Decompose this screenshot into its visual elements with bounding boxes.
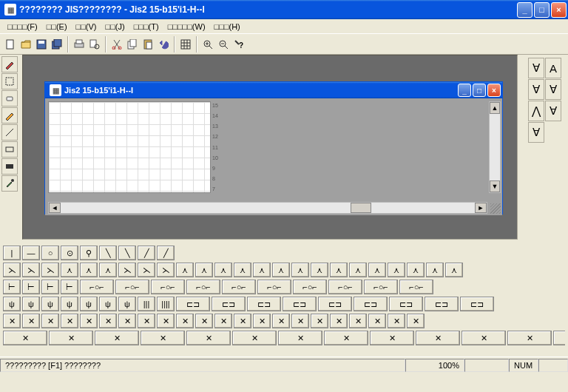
palette-symbol[interactable]: ✕ xyxy=(22,314,40,328)
palette-symbol[interactable]: ╱ xyxy=(157,246,175,260)
palette-symbol[interactable]: ψ xyxy=(80,297,98,311)
palette-symbol[interactable]: ✕ xyxy=(291,314,309,328)
palette-symbol[interactable]: ✕ xyxy=(278,331,322,345)
palette-symbol[interactable]: ⋏ xyxy=(61,263,78,277)
palette-symbol[interactable]: ✕ xyxy=(553,331,565,345)
palette-symbol[interactable]: ✕ xyxy=(41,314,59,328)
palette-symbol[interactable]: ✕ xyxy=(253,314,271,328)
palette-symbol[interactable]: ✕ xyxy=(61,314,78,328)
palette-symbol[interactable]: ⋋ xyxy=(22,263,40,277)
palette-symbol[interactable]: ⊏⊐ xyxy=(389,297,423,311)
palette-symbol[interactable]: ψ xyxy=(118,297,136,311)
palette-symbol[interactable]: ⊏⊐ xyxy=(318,297,352,311)
palette-symbol[interactable]: ⊢ xyxy=(3,280,21,294)
palette-symbol[interactable]: ⊏⊐ xyxy=(460,297,494,311)
stitch-7[interactable]: ∀ xyxy=(528,122,544,143)
palette-symbol[interactable]: ⊏⊐ xyxy=(176,297,210,311)
palette-symbol[interactable]: ✕ xyxy=(330,314,348,328)
new-button[interactable] xyxy=(3,37,18,52)
palette-symbol[interactable]: ✕ xyxy=(370,331,414,345)
pencil-tool[interactable] xyxy=(1,107,18,124)
editing-grid[interactable] xyxy=(48,101,211,193)
cut-button[interactable] xyxy=(109,37,124,52)
palette-symbol[interactable]: ✕ xyxy=(416,331,460,345)
saveall-button[interactable] xyxy=(50,37,64,52)
palette-symbol[interactable]: ✕ xyxy=(507,331,552,345)
palette-symbol[interactable]: ╱ xyxy=(138,246,155,260)
palette-symbol[interactable]: ✕ xyxy=(462,331,506,345)
palette-symbol[interactable]: ⋏ xyxy=(311,263,328,277)
fillrect-tool[interactable] xyxy=(1,158,18,175)
maximize-button[interactable]: □ xyxy=(534,2,550,18)
palette-symbol[interactable]: ✕ xyxy=(388,314,405,328)
line-tool[interactable] xyxy=(1,124,18,141)
palette-symbol[interactable]: ⋏ xyxy=(195,263,213,277)
menu-tools[interactable]: □□□(T) xyxy=(129,21,163,33)
palette-symbol[interactable]: ψ xyxy=(22,297,40,311)
palette-symbol[interactable]: ✕ xyxy=(214,314,232,328)
scroll-track[interactable] xyxy=(61,203,475,213)
menu-file[interactable]: □□□□(F) xyxy=(3,21,42,33)
palette-symbol[interactable]: |||| xyxy=(157,297,175,311)
palette-symbol[interactable]: ✕ xyxy=(118,314,136,328)
palette-symbol[interactable]: ⌐○⌐ xyxy=(364,280,398,294)
palette-symbol[interactable]: ||| xyxy=(138,297,155,311)
palette-symbol[interactable]: | xyxy=(3,246,21,260)
palette-symbol[interactable]: ✕ xyxy=(349,314,367,328)
palette-symbol[interactable]: ⌐○⌐ xyxy=(257,280,291,294)
menu-window[interactable]: □□□□□(W) xyxy=(163,21,210,33)
palette-symbol[interactable]: ✕ xyxy=(138,314,155,328)
palette-symbol[interactable]: ✕ xyxy=(407,314,425,328)
palette-symbol[interactable]: ⊢ xyxy=(41,280,59,294)
save-button[interactable] xyxy=(34,37,49,52)
palette-symbol[interactable]: ⋏ xyxy=(368,263,386,277)
menu-view[interactable]: □□(V) xyxy=(72,21,101,33)
palette-symbol[interactable]: ⋋ xyxy=(3,263,21,277)
child-close-button[interactable]: × xyxy=(487,84,501,97)
stitch-6[interactable]: ∀ xyxy=(545,101,561,121)
palette-symbol[interactable]: ╲ xyxy=(99,246,117,260)
palette-symbol[interactable]: ✕ xyxy=(157,314,175,328)
palette-symbol[interactable]: ✕ xyxy=(141,331,185,345)
zoomout-button[interactable] xyxy=(216,37,231,52)
print-preview-button[interactable] xyxy=(87,37,102,52)
menu-edit[interactable]: □□(E) xyxy=(42,21,72,33)
scroll-left-icon[interactable]: ◄ xyxy=(49,203,61,213)
palette-symbol[interactable]: ⋏ xyxy=(253,263,271,277)
palette-symbol[interactable]: ✕ xyxy=(3,331,47,345)
palette-symbol[interactable]: ⊢ xyxy=(22,280,40,294)
palette-symbol[interactable]: ✕ xyxy=(324,331,368,345)
palette-symbol[interactable]: ⊢ xyxy=(61,280,78,294)
rect-tool[interactable] xyxy=(1,141,18,158)
palette-symbol[interactable]: ⋏ xyxy=(426,263,444,277)
palette-symbol[interactable]: ○ xyxy=(41,246,59,260)
palette-symbol[interactable]: ⋏ xyxy=(349,263,367,277)
palette-symbol[interactable]: ψ xyxy=(3,297,21,311)
palette-symbol[interactable]: ⊏⊐ xyxy=(247,297,281,311)
palette-symbol[interactable]: ⊏⊐ xyxy=(212,297,246,311)
palette-symbol[interactable]: ✕ xyxy=(186,331,231,345)
palette-symbol[interactable]: ⋏ xyxy=(272,263,290,277)
grid-button[interactable] xyxy=(178,37,193,52)
marquee-tool[interactable] xyxy=(1,73,18,89)
palette-symbol[interactable]: ⋋ xyxy=(118,263,136,277)
palette-symbol[interactable]: ⋏ xyxy=(445,263,463,277)
palette-symbol[interactable]: ✕ xyxy=(99,314,117,328)
palette-symbol[interactable]: ⌐○⌐ xyxy=(328,280,362,294)
palette-symbol[interactable]: ✕ xyxy=(368,314,386,328)
zoomin-button[interactable] xyxy=(200,37,215,52)
palette-symbol[interactable]: ⋏ xyxy=(176,263,194,277)
palette-symbol[interactable]: ⌐○⌐ xyxy=(151,280,185,294)
palette-symbol[interactable]: ⋋ xyxy=(41,263,59,277)
child-maximize-button[interactable]: □ xyxy=(473,84,486,97)
palette-symbol[interactable]: ✕ xyxy=(95,331,139,345)
palette-symbol[interactable]: ⊏⊐ xyxy=(425,297,459,311)
brush-tool[interactable] xyxy=(1,56,18,72)
stitch-2[interactable]: A xyxy=(545,58,561,78)
palette-symbol[interactable]: ⋏ xyxy=(388,263,405,277)
palette-symbol[interactable]: ╲ xyxy=(118,246,136,260)
child-minimize-button[interactable]: _ xyxy=(458,84,471,97)
palette-symbol[interactable]: ψ xyxy=(99,297,117,311)
palette-symbol[interactable]: ⚲ xyxy=(80,246,98,260)
palette-symbol[interactable]: ψ xyxy=(41,297,59,311)
